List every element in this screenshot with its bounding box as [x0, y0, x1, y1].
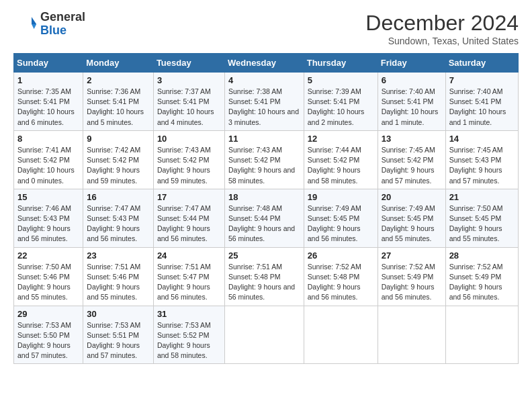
- day-number: 26: [308, 250, 374, 261]
- logo-text: General Blue: [40, 11, 85, 38]
- day-info: Sunrise: 7:51 AMSunset: 5:47 PMDaylight:…: [157, 262, 221, 303]
- day-number: 1: [17, 75, 79, 85]
- day-cell: [445, 306, 518, 364]
- day-cell: 7Sunrise: 7:40 AMSunset: 5:41 PMDaylight…: [445, 73, 518, 131]
- day-info: Sunrise: 7:44 AMSunset: 5:42 PMDaylight:…: [308, 145, 374, 186]
- day-info: Sunrise: 7:52 AMSunset: 5:48 PMDaylight:…: [308, 262, 374, 303]
- day-cell: [378, 306, 445, 364]
- day-cell: 15Sunrise: 7:46 AMSunset: 5:43 PMDayligh…: [14, 189, 83, 247]
- day-info: Sunrise: 7:53 AMSunset: 5:51 PMDaylight:…: [87, 320, 150, 361]
- svg-marker-1: [32, 24, 36, 29]
- day-cell: 29Sunrise: 7:53 AMSunset: 5:50 PMDayligh…: [14, 306, 83, 364]
- weekday-header-row: SundayMondayTuesdayWednesdayThursdayFrid…: [14, 54, 519, 73]
- day-cell: 9Sunrise: 7:42 AMSunset: 5:42 PMDaylight…: [83, 130, 154, 189]
- day-number: 16: [87, 192, 150, 202]
- day-number: 24: [157, 250, 221, 261]
- day-info: Sunrise: 7:41 AMSunset: 5:42 PMDaylight:…: [17, 145, 79, 186]
- day-number: 6: [382, 75, 442, 85]
- day-cell: 1Sunrise: 7:35 AMSunset: 5:41 PMDaylight…: [14, 73, 83, 131]
- day-cell: 25Sunrise: 7:51 AMSunset: 5:48 PMDayligh…: [224, 247, 304, 306]
- day-number: 22: [17, 250, 79, 261]
- day-cell: 3Sunrise: 7:37 AMSunset: 5:41 PMDaylight…: [153, 73, 224, 131]
- day-info: Sunrise: 7:49 AMSunset: 5:45 PMDaylight:…: [382, 203, 442, 244]
- day-number: 9: [87, 134, 150, 144]
- weekday-header-monday: Monday: [83, 54, 154, 73]
- day-info: Sunrise: 7:51 AMSunset: 5:46 PMDaylight:…: [87, 262, 150, 303]
- day-cell: 26Sunrise: 7:52 AMSunset: 5:48 PMDayligh…: [304, 247, 378, 306]
- day-cell: [304, 306, 378, 364]
- day-info: Sunrise: 7:47 AMSunset: 5:44 PMDaylight:…: [157, 203, 221, 244]
- svg-marker-0: [32, 17, 36, 24]
- logo: General Blue: [13, 11, 85, 38]
- day-cell: 14Sunrise: 7:45 AMSunset: 5:43 PMDayligh…: [445, 130, 518, 189]
- day-cell: 22Sunrise: 7:50 AMSunset: 5:46 PMDayligh…: [14, 247, 83, 306]
- day-cell: 21Sunrise: 7:50 AMSunset: 5:45 PMDayligh…: [445, 189, 518, 247]
- day-cell: 6Sunrise: 7:40 AMSunset: 5:41 PMDaylight…: [378, 73, 445, 131]
- day-cell: 20Sunrise: 7:49 AMSunset: 5:45 PMDayligh…: [378, 189, 445, 247]
- day-info: Sunrise: 7:40 AMSunset: 5:41 PMDaylight:…: [382, 87, 442, 128]
- day-number: 20: [382, 192, 442, 202]
- weekday-header-sunday: Sunday: [14, 54, 83, 73]
- weekday-header-friday: Friday: [378, 54, 445, 73]
- day-info: Sunrise: 7:48 AMSunset: 5:44 PMDaylight:…: [228, 203, 300, 244]
- day-cell: 4Sunrise: 7:38 AMSunset: 5:41 PMDaylight…: [224, 73, 304, 131]
- day-number: 14: [449, 134, 515, 144]
- day-cell: 8Sunrise: 7:41 AMSunset: 5:42 PMDaylight…: [14, 130, 83, 189]
- day-info: Sunrise: 7:43 AMSunset: 5:42 PMDaylight:…: [228, 145, 300, 186]
- day-number: 12: [308, 134, 374, 144]
- day-cell: 23Sunrise: 7:51 AMSunset: 5:46 PMDayligh…: [83, 247, 154, 306]
- day-info: Sunrise: 7:50 AMSunset: 5:46 PMDaylight:…: [17, 262, 79, 303]
- day-number: 15: [17, 192, 79, 202]
- day-info: Sunrise: 7:40 AMSunset: 5:41 PMDaylight:…: [449, 87, 515, 128]
- day-number: 4: [228, 75, 300, 85]
- logo-general-text: General: [40, 11, 85, 24]
- day-number: 29: [17, 309, 79, 319]
- week-row-1: 1Sunrise: 7:35 AMSunset: 5:41 PMDaylight…: [14, 73, 519, 131]
- weekday-header-wednesday: Wednesday: [224, 54, 304, 73]
- day-number: 21: [449, 192, 515, 202]
- location-subtitle: Sundown, Texas, United States: [365, 36, 519, 46]
- day-cell: 11Sunrise: 7:43 AMSunset: 5:42 PMDayligh…: [224, 130, 304, 189]
- day-number: 2: [87, 75, 150, 85]
- day-info: Sunrise: 7:50 AMSunset: 5:45 PMDaylight:…: [449, 203, 515, 244]
- day-cell: 17Sunrise: 7:47 AMSunset: 5:44 PMDayligh…: [153, 189, 224, 247]
- day-info: Sunrise: 7:35 AMSunset: 5:41 PMDaylight:…: [17, 87, 79, 128]
- month-title: December 2024: [365, 11, 519, 36]
- day-info: Sunrise: 7:52 AMSunset: 5:49 PMDaylight:…: [382, 262, 442, 303]
- day-number: 18: [228, 192, 300, 202]
- weekday-header-thursday: Thursday: [304, 54, 378, 73]
- day-cell: 2Sunrise: 7:36 AMSunset: 5:41 PMDaylight…: [83, 73, 154, 131]
- day-cell: 18Sunrise: 7:48 AMSunset: 5:44 PMDayligh…: [224, 189, 304, 247]
- day-number: 31: [157, 309, 221, 319]
- day-info: Sunrise: 7:45 AMSunset: 5:43 PMDaylight:…: [449, 145, 515, 186]
- day-number: 10: [157, 134, 221, 144]
- calendar-table: SundayMondayTuesdayWednesdayThursdayFrid…: [13, 53, 519, 364]
- day-number: 11: [228, 134, 300, 144]
- day-number: 23: [87, 250, 150, 261]
- day-number: 13: [382, 134, 442, 144]
- logo-icon: [13, 12, 38, 36]
- day-cell: 28Sunrise: 7:52 AMSunset: 5:49 PMDayligh…: [445, 247, 518, 306]
- day-number: 17: [157, 192, 221, 202]
- day-number: 25: [228, 250, 300, 261]
- day-number: 27: [382, 250, 442, 261]
- weekday-header-tuesday: Tuesday: [153, 54, 224, 73]
- day-cell: 12Sunrise: 7:44 AMSunset: 5:42 PMDayligh…: [304, 130, 378, 189]
- day-info: Sunrise: 7:49 AMSunset: 5:45 PMDaylight:…: [308, 203, 374, 244]
- header: General Blue December 2024 Sundown, Texa…: [13, 11, 519, 46]
- day-info: Sunrise: 7:37 AMSunset: 5:41 PMDaylight:…: [157, 87, 221, 128]
- day-info: Sunrise: 7:52 AMSunset: 5:49 PMDaylight:…: [449, 262, 515, 303]
- day-cell: 10Sunrise: 7:43 AMSunset: 5:42 PMDayligh…: [153, 130, 224, 189]
- title-block: December 2024 Sundown, Texas, United Sta…: [365, 11, 519, 46]
- logo-blue-text: Blue: [40, 24, 85, 38]
- day-info: Sunrise: 7:42 AMSunset: 5:42 PMDaylight:…: [87, 145, 150, 186]
- week-row-4: 22Sunrise: 7:50 AMSunset: 5:46 PMDayligh…: [14, 247, 519, 306]
- day-number: 7: [449, 75, 515, 85]
- day-info: Sunrise: 7:43 AMSunset: 5:42 PMDaylight:…: [157, 145, 221, 186]
- day-cell: 31Sunrise: 7:53 AMSunset: 5:52 PMDayligh…: [153, 306, 224, 364]
- day-number: 5: [308, 75, 374, 85]
- day-number: 30: [87, 309, 150, 319]
- day-cell: [224, 306, 304, 364]
- day-cell: 30Sunrise: 7:53 AMSunset: 5:51 PMDayligh…: [83, 306, 154, 364]
- day-info: Sunrise: 7:39 AMSunset: 5:41 PMDaylight:…: [308, 87, 374, 128]
